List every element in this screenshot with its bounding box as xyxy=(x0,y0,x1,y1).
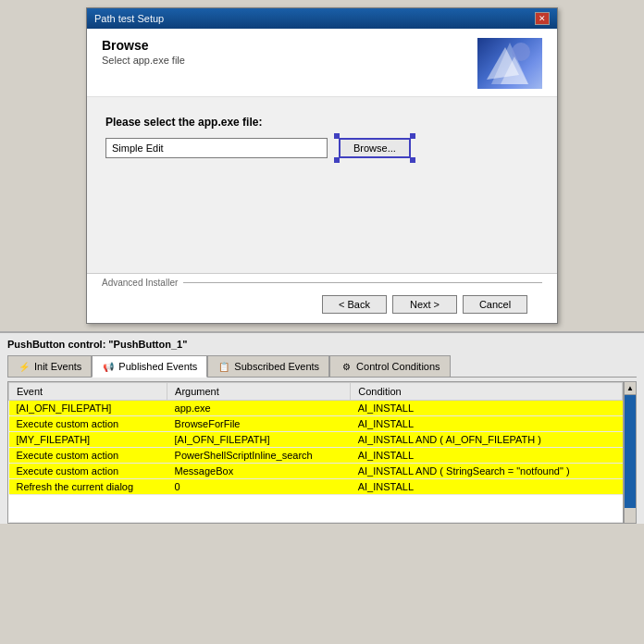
tab-init-label: Init Events xyxy=(34,361,81,372)
cell-argument: [AI_OFN_FILEPATH] xyxy=(167,432,351,448)
bottom-section: PushButton control: "PushButton_1" ⚡ Ini… xyxy=(0,331,644,524)
cell-condition: AI_INSTALL xyxy=(351,448,623,464)
cell-condition: AI_INSTALL xyxy=(351,479,623,495)
tab-published-label: Published Events xyxy=(118,361,197,372)
scrollbar[interactable]: ▲ xyxy=(624,381,637,524)
back-button[interactable]: < Back xyxy=(322,295,387,314)
tabs-bar: ⚡ Init Events 📢 Published Events 📋 Subsc… xyxy=(7,355,637,378)
table-row[interactable]: [MY_FILEPATH] [AI_OFN_FILEPATH] AI_INSTA… xyxy=(9,432,623,448)
dialog-actions: < Back Next > Cancel xyxy=(102,288,542,323)
dialog-header: Browse Select app.exe file xyxy=(87,29,557,97)
table-row[interactable]: [AI_OFN_FILEPATH] app.exe AI_INSTALL xyxy=(9,401,623,416)
table-header-row: Event Argument Condition xyxy=(9,383,623,401)
subscribed-events-icon: 📋 xyxy=(217,360,230,373)
cell-condition: AI_INSTALL AND ( StringSearch = "notfoun… xyxy=(351,464,623,479)
brand-line xyxy=(183,282,542,283)
tab-init-events[interactable]: ⚡ Init Events xyxy=(7,355,92,377)
cell-condition: AI_INSTALL xyxy=(351,401,623,416)
table-wrapper: Event Argument Condition [AI_OFN_FILEPAT… xyxy=(7,381,637,524)
dialog-header-text: Browse Select app.exe file xyxy=(102,38,185,66)
cell-condition: AI_INSTALL AND ( AI_OFN_FILEPATH ) xyxy=(351,432,623,448)
browse-button[interactable]: Browse... xyxy=(339,138,411,158)
control-label: PushButton control: "PushButton_1" xyxy=(7,339,637,350)
cell-argument: BrowseForFile xyxy=(167,416,351,432)
cell-argument: app.exe xyxy=(167,401,351,416)
scroll-thumb[interactable] xyxy=(625,395,636,508)
logo-svg xyxy=(482,38,538,89)
dialog-body: Please select the app.exe file: Browse..… xyxy=(87,97,557,273)
dialog-window: Path test Setup ✕ Browse Select app.exe … xyxy=(86,7,558,324)
cell-event: Refresh the current dialog xyxy=(9,479,167,495)
events-table: Event Argument Condition [AI_OFN_FILEPAT… xyxy=(8,382,623,523)
tab-control-conditions[interactable]: ⚙ Control Conditions xyxy=(329,355,451,377)
app-exe-input[interactable] xyxy=(105,138,328,158)
scroll-up-icon: ▲ xyxy=(626,385,634,392)
table-row-empty xyxy=(9,495,623,523)
footer-brand: Advanced Installer xyxy=(102,278,542,288)
tab-conditions-label: Control Conditions xyxy=(356,361,440,372)
table-container: Event Argument Condition [AI_OFN_FILEPAT… xyxy=(7,381,624,524)
cell-event: Execute custom action xyxy=(9,464,167,479)
cell-event: Execute custom action xyxy=(9,448,167,464)
table-row[interactable]: Refresh the current dialog 0 AI_INSTALL xyxy=(9,479,623,495)
tab-subscribed-events[interactable]: 📋 Subscribed Events xyxy=(207,355,329,377)
table-row[interactable]: Execute custom action PowerShellScriptIn… xyxy=(9,448,623,464)
input-row: Browse... xyxy=(105,138,539,158)
dialog-title: Path test Setup xyxy=(94,13,164,24)
header-title: Browse xyxy=(102,38,185,53)
brand-label: Advanced Installer xyxy=(102,278,178,288)
cancel-button[interactable]: Cancel xyxy=(463,295,527,314)
cell-event: [AI_OFN_FILEPATH] xyxy=(9,401,167,416)
published-events-icon: 📢 xyxy=(102,360,115,373)
init-events-icon: ⚡ xyxy=(18,360,31,373)
cell-event: Execute custom action xyxy=(9,416,167,432)
control-conditions-icon: ⚙ xyxy=(340,360,353,373)
table-row[interactable]: Execute custom action MessageBox AI_INST… xyxy=(9,464,623,479)
col-condition: Condition xyxy=(351,383,623,401)
table-row[interactable]: Execute custom action BrowseForFile AI_I… xyxy=(9,416,623,432)
scroll-up-btn[interactable]: ▲ xyxy=(625,382,636,395)
cell-condition: AI_INSTALL xyxy=(351,416,623,432)
tab-subscribed-label: Subscribed Events xyxy=(234,361,319,372)
dialog-bottom: Advanced Installer < Back Next > Cancel xyxy=(87,273,557,323)
cell-argument: 0 xyxy=(167,479,351,495)
body-label: Please select the app.exe file: xyxy=(105,116,539,129)
next-button[interactable]: Next > xyxy=(392,295,457,314)
dialog-titlebar: Path test Setup ✕ xyxy=(87,8,557,29)
browse-button-container: Browse... xyxy=(339,138,411,158)
cell-argument: MessageBox xyxy=(167,464,351,479)
cell-event: [MY_FILEPATH] xyxy=(9,432,167,448)
col-event: Event xyxy=(9,383,167,401)
cell-argument: PowerShellScriptInline_search xyxy=(167,448,351,464)
header-subtitle: Select app.exe file xyxy=(102,55,185,66)
close-button[interactable]: ✕ xyxy=(535,12,550,25)
header-logo xyxy=(477,38,542,89)
top-section: Path test Setup ✕ Browse Select app.exe … xyxy=(0,0,644,331)
col-argument: Argument xyxy=(167,383,351,401)
tab-published-events[interactable]: 📢 Published Events xyxy=(92,355,207,378)
